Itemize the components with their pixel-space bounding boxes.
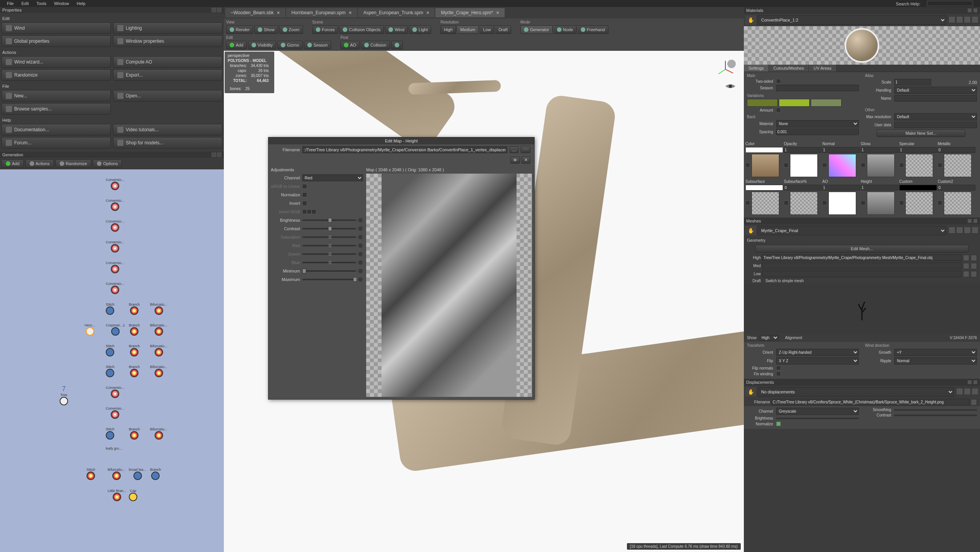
metallic-map-thumb[interactable] [944,154,972,177]
tab-cutouts[interactable]: Cutouts/Meshes [769,65,809,72]
node-stitch[interactable]: Stitch [106,427,115,440]
drag-handle-icon[interactable]: ✋ [745,387,756,396]
tab-wooden-beam[interactable]: ~Wooden_Beam.sbk× [225,8,285,17]
mode-node[interactable]: Node [554,25,577,34]
gen-randomize-button[interactable]: Randomize [55,159,92,168]
material-buttons[interactable] [948,16,978,24]
node-little-bran[interactable]: Little Bran... [108,489,126,501]
scale-input[interactable] [894,79,931,85]
invert-checkbox[interactable] [302,201,307,206]
node-cap[interactable]: Cap [129,489,137,501]
back-material-select[interactable]: None [776,120,859,127]
gloss-input[interactable] [861,147,898,153]
more-icon[interactable] [971,263,977,269]
custom-swatch[interactable] [899,185,937,191]
post-ao-button[interactable]: AO [340,41,360,49]
mode-freehand[interactable]: Freehand [578,25,608,34]
wind-wizard-button[interactable]: Wind wizard... [2,56,111,68]
ao-enable-checkbox[interactable] [822,201,827,205]
season-button[interactable]: Season [304,41,331,49]
window-props-button[interactable]: Window properties [113,35,222,47]
dialog-extra-button[interactable]: ⋯ [521,146,530,153]
visibility-button[interactable]: Visibility [248,41,277,49]
node-conversion[interactable]: Conversio... [106,282,124,294]
normalize-checkbox[interactable] [302,192,307,197]
subsurface-swatch[interactable] [745,185,783,191]
shop-button[interactable]: Shop for models... [113,137,222,149]
ripple-select[interactable]: Normal [894,357,977,365]
tab-hornbeam[interactable]: Hornbeam_European.spm× [286,8,357,17]
render-button[interactable]: Render [226,25,253,34]
generation-graph[interactable]: Conversio... Conversio... Conversio... C… [0,169,224,552]
mesh-combo[interactable]: Myrtle_Crape_Final [758,226,946,235]
specular-enable-checkbox[interactable] [899,163,904,167]
more-icon[interactable] [971,255,977,261]
reset-icon[interactable] [358,217,363,223]
user-data-input[interactable] [894,122,977,128]
flip-select[interactable]: X Y Z [776,357,859,365]
gizmo-button[interactable]: Gizmo [277,41,303,49]
custom2-enable-checkbox[interactable] [938,201,942,205]
new-button[interactable]: New... [2,90,111,102]
browse-button[interactable]: ... [510,146,518,153]
dialog-title[interactable]: Edit Map - Height [268,137,534,144]
node-branch[interactable]: Branch [150,468,161,480]
subsurface-pct-enable-checkbox[interactable] [784,201,788,205]
normal-map-thumb[interactable] [828,154,856,177]
maximum-slider[interactable] [302,279,356,280]
node-crepman[interactable]: Crepman...1 [106,323,125,336]
node-conversion[interactable]: Conversio... [106,261,124,273]
browse-icon[interactable] [963,255,969,261]
make-new-set-button[interactable]: Make New Set... [877,129,965,137]
properties-panel-controls[interactable] [212,8,222,12]
camera-icon[interactable] [725,82,736,90]
node-conversion[interactable]: Conversio... [106,240,124,253]
disp-filename-input[interactable] [772,399,969,405]
tab-settings[interactable]: Settings [744,65,769,72]
close-icon[interactable]: × [496,10,499,16]
opacity-enable-checkbox[interactable] [784,163,788,167]
res-medium[interactable]: Medium [457,25,479,34]
compute-ao-button[interactable]: Compute AO [113,56,222,68]
open-button[interactable]: Open... [113,90,222,102]
custom-enable-checkbox[interactable] [899,201,904,205]
browse-samples-button[interactable]: Browse samples... [2,103,111,115]
normal-enable-checkbox[interactable] [822,163,827,167]
node-stitch[interactable]: Stitch [106,365,115,377]
collision-objects-button[interactable]: Collision Objects [339,25,384,34]
forces-button[interactable]: Forces [312,25,338,34]
axis-gizmo[interactable] [714,58,737,81]
browse-icon[interactable] [963,263,969,269]
drag-handle-icon[interactable]: ✋ [745,15,756,25]
gen-actions-button[interactable]: Actions [25,159,54,168]
specular-input[interactable] [899,147,937,153]
reset-icon[interactable] [358,268,363,274]
gen-options-button[interactable]: Options [93,159,122,168]
subsurface-map-thumb[interactable] [752,192,779,215]
search-help-input[interactable] [927,1,973,6]
displacements-controls[interactable] [967,380,978,385]
med-mesh-input[interactable] [762,263,962,269]
post-collision-button[interactable]: Collision [361,41,390,49]
contrast-slider[interactable] [302,228,356,229]
low-mesh-input[interactable] [762,271,962,277]
disp-brightness-slider[interactable] [776,418,859,419]
post-undo-button[interactable] [391,41,403,49]
material-combo[interactable]: ConvertInPlace_1:2 [758,15,946,25]
height-enable-checkbox[interactable] [861,201,865,205]
node-broad-lea[interactable]: broad lea... [129,468,146,480]
subsurface-pct-input[interactable] [784,185,822,191]
randomize-button[interactable]: Randomize [2,69,111,81]
gen-add-button[interactable]: Add [2,159,24,168]
metallic-enable-checkbox[interactable] [938,163,942,167]
two-sided-checkbox[interactable] [776,79,781,84]
materials-controls[interactable] [967,8,978,13]
light-button[interactable]: Light [409,25,431,34]
reset-icon[interactable] [358,277,363,282]
close-icon[interactable]: × [426,10,429,16]
channel-select[interactable]: Red [302,174,363,181]
max-res-select[interactable]: Default [894,113,977,120]
export-button[interactable]: Export... [113,69,222,81]
node-bifurcation[interactable]: Bifurcatio... [150,344,167,356]
disp-channel-select[interactable]: Greyscale [776,408,859,415]
